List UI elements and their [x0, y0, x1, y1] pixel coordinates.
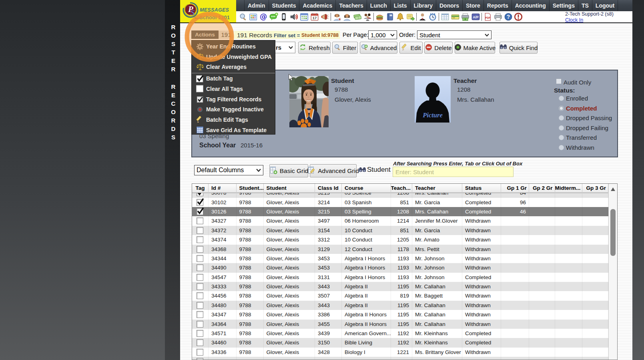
table-row[interactable]: 343339788Glover, Alexis3443Algebra II119… — [192, 282, 608, 291]
nav-item-settings[interactable]: Settings — [550, 0, 578, 11]
grid-scrollbar[interactable] — [608, 184, 617, 360]
nav-item-accounting[interactable]: Accounting — [512, 0, 550, 11]
staff-woman-icon[interactable] — [342, 12, 352, 22]
advanced-grid-button[interactable]: Advanced Grid — [310, 164, 357, 177]
tag-checkbox[interactable] — [197, 217, 203, 224]
student-search-input[interactable]: Enter: Student — [393, 167, 514, 177]
tag-checkbox[interactable] — [197, 227, 203, 234]
voice-speaker-icon[interactable] — [289, 12, 299, 22]
tag-checkbox[interactable] — [197, 255, 203, 262]
table-row[interactable]: 345719788Glover, Alexis3439American Gove… — [192, 329, 608, 338]
filter-button[interactable]: Filter — [332, 42, 358, 54]
sms-chat-icon[interactable] — [269, 12, 279, 22]
tag-checkbox[interactable] — [197, 274, 203, 281]
app-grid-icon[interactable] — [249, 12, 258, 22]
menu-item-tag-filtered-records[interactable]: Tag Filtered Records — [192, 94, 275, 105]
table-row[interactable]: 345479788Glover, Alexis3131Algebra I Hon… — [192, 273, 608, 282]
saved-filter-select[interactable]: rs — [275, 42, 295, 53]
tag-checkbox[interactable] — [197, 236, 203, 243]
tag-checkbox-checked[interactable] — [197, 199, 203, 206]
nav-item-reports[interactable]: Reports — [484, 0, 512, 11]
column-header-course[interactable]: Course — [342, 184, 391, 193]
menu-item-make-tagged-inactive[interactable]: Make Tagged Inactive — [192, 104, 275, 115]
ledger-book-icon[interactable] — [385, 12, 395, 22]
make-active-button[interactable]: Make Active — [455, 42, 495, 54]
nav-item-teachers[interactable]: Teachers — [336, 0, 367, 11]
order-select[interactable]: Student — [417, 30, 492, 39]
table-row[interactable]: 345439788Glover, Alexis3440Business Math… — [192, 357, 608, 360]
table-row[interactable]: 344609788Glover, Alexis3150Bible Living1… — [192, 338, 608, 347]
search-icon[interactable] — [238, 12, 248, 22]
alert-bell-icon[interactable] — [395, 12, 405, 22]
quick-find-button[interactable]: Quick Find — [500, 42, 538, 54]
edit-button[interactable]: Edit — [399, 42, 423, 54]
column-header-class-id[interactable]: Class Id — [315, 184, 342, 193]
column-header-tag[interactable]: Tag — [192, 184, 209, 193]
status-radio-enrolled[interactable] — [559, 96, 564, 101]
table-row[interactable]: 343729788Glover, Alexis315410 Conduct851… — [192, 226, 608, 235]
tag-checkbox[interactable] — [197, 311, 203, 318]
table-row[interactable]: 343279788Glover, Alexis349706 Homeroom12… — [192, 216, 608, 225]
tag-checkbox[interactable] — [197, 302, 203, 309]
tag-checkbox[interactable] — [197, 264, 203, 271]
megaphone-icon[interactable] — [320, 12, 329, 22]
send-note-icon[interactable] — [405, 12, 415, 22]
delete-button[interactable]: Delete — [424, 42, 453, 54]
scroll-up-arrow[interactable] — [610, 186, 616, 193]
column-header-gp-2-gr[interactable]: Gp 2 Gr — [529, 184, 555, 193]
actions-button[interactable]: Actions — [191, 30, 219, 39]
ap-badge-icon[interactable]: A/P — [471, 12, 480, 22]
nav-item-admin[interactable]: Admin — [244, 0, 269, 11]
nurse-icon[interactable] — [332, 12, 342, 22]
column-header-student[interactable]: Student — [264, 184, 315, 193]
alert-stop-icon[interactable] — [514, 12, 523, 22]
nav-item-library[interactable]: Library — [411, 0, 436, 11]
table-row[interactable]: 343749788Glover, Alexis331210 Conduct120… — [192, 235, 608, 244]
pdf-file-icon[interactable]: PDF — [483, 12, 493, 22]
nav-item-lists[interactable]: Lists — [391, 0, 411, 11]
tag-checkbox[interactable] — [197, 321, 203, 328]
menu-item-clear-all-tags[interactable]: Clear All Tags — [192, 84, 275, 94]
status-radio-transferred[interactable] — [559, 135, 564, 140]
nav-item-ts[interactable]: TS — [578, 0, 592, 11]
calendar-grid-icon[interactable] — [299, 12, 309, 22]
grid-scrollbar-thumb[interactable] — [610, 209, 616, 256]
columns-select[interactable]: Default Columns — [194, 165, 263, 175]
table-row[interactable]: 343689788Glover, Alexis312912 Conduct117… — [192, 245, 608, 254]
table-row[interactable]: 343369788Glover, Alexis3428Biology I1221… — [192, 348, 608, 357]
status-radio-withdrawn[interactable] — [559, 145, 564, 150]
column-header-teach[interactable]: Teach... — [391, 184, 413, 193]
nav-item-lunch[interactable]: Lunch — [367, 0, 391, 11]
menu-item-batch-tag[interactable]: Batch Tag — [192, 73, 275, 84]
nav-item-academics[interactable]: Academics — [299, 0, 336, 11]
family-group-icon[interactable] — [363, 12, 372, 22]
payment-card-icon[interactable] — [450, 12, 460, 22]
tag-checkbox[interactable] — [197, 358, 203, 360]
table-row[interactable]: 344809788Glover, Alexis3443Algebra II119… — [192, 301, 608, 310]
menu-item-save-grid-as-template[interactable]: Save Grid As Template — [192, 125, 275, 135]
table-row[interactable]: 344569788Glover, Alexis3507Algebra II819… — [192, 291, 608, 300]
tag-checkbox[interactable] — [197, 330, 203, 337]
help-circle-icon[interactable]: ? — [504, 12, 513, 22]
table-row[interactable]: 344909788Glover, Alexis3453Algebra I Hon… — [192, 263, 608, 272]
nav-item-logout[interactable]: Logout — [592, 0, 618, 11]
clock-in-link[interactable]: Clock In — [565, 18, 583, 23]
column-header-midterm[interactable]: Midterm... — [555, 184, 583, 193]
table-row[interactable]: 301029788Glover, Alexis321403 Spanish851… — [192, 198, 608, 207]
menu-item-batch-edit-tags[interactable]: Batch Edit Tags — [192, 115, 275, 125]
column-header-id[interactable]: Id # — [209, 184, 237, 193]
menu-item-year-end-routines[interactable]: Year End Routines — [192, 41, 275, 52]
basic-grid-button[interactable]: Basic Grid — [269, 164, 308, 177]
refresh-button[interactable]: Refresh — [298, 42, 331, 54]
audit-only-checkbox[interactable] — [556, 78, 562, 84]
menu-item-clear-averages[interactable]: Clear Averages — [192, 62, 275, 72]
tag-checkbox[interactable] — [197, 349, 203, 356]
tag-checkbox[interactable] — [197, 339, 203, 346]
nav-item-donors[interactable]: Donors — [436, 0, 463, 11]
per-page-select[interactable]: 1,000 — [368, 30, 397, 39]
table-row[interactable]: 343649788Glover, Alexis3455Algebra II Ho… — [192, 320, 608, 329]
table-row[interactable]: 343479788Glover, Alexis3386Algebra II Ho… — [192, 310, 608, 319]
status-radio-dropped-failing[interactable] — [559, 125, 564, 131]
tag-checkbox[interactable] — [197, 246, 203, 253]
column-header-teacher[interactable]: Teacher — [412, 184, 462, 193]
